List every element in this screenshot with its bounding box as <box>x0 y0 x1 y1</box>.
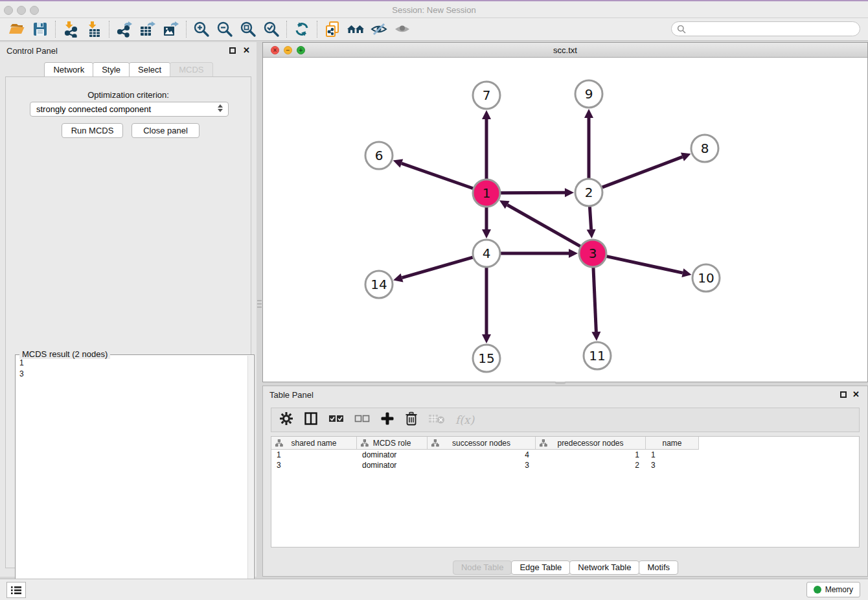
export-image-button[interactable] <box>159 19 183 39</box>
network-graph[interactable]: 7968124314101511 <box>263 58 867 382</box>
zoom-in-button[interactable] <box>190 19 213 39</box>
graph-edge[interactable] <box>402 163 473 189</box>
graph-edge[interactable] <box>602 157 683 187</box>
graph-edge[interactable] <box>507 205 580 246</box>
table-options-button[interactable] <box>279 411 293 428</box>
show-columns-button[interactable] <box>304 411 318 428</box>
export-table-button[interactable] <box>136 19 159 39</box>
table-cell: 3 <box>428 460 536 470</box>
eye-slash-icon <box>371 21 387 38</box>
table-cell: 3 <box>646 460 699 470</box>
memory-status-icon <box>814 586 821 594</box>
graph-node[interactable]: 7 <box>473 82 500 109</box>
open-session-button[interactable] <box>5 19 29 39</box>
table-row[interactable]: 1dominator411 <box>271 450 859 460</box>
graph-edge[interactable] <box>402 257 473 278</box>
close-panel-button[interactable]: Close panel <box>131 123 200 138</box>
tab-network-table[interactable]: Network Table <box>569 560 639 575</box>
column-header[interactable]: MCDS role <box>357 437 428 450</box>
table-cell: 3 <box>271 460 357 470</box>
status-bar: Memory <box>0 579 868 600</box>
run-mcds-button[interactable]: Run MCDS <box>62 123 123 138</box>
graph-node[interactable]: 10 <box>692 264 720 292</box>
graph-edge[interactable] <box>593 268 596 332</box>
graph-node[interactable]: 15 <box>473 345 500 372</box>
graph-edge[interactable] <box>589 207 591 229</box>
float-panel-icon[interactable] <box>229 47 236 54</box>
graph-edge[interactable] <box>606 257 682 273</box>
tab-edge-table[interactable]: Edge Table <box>511 560 570 575</box>
add-column-button[interactable] <box>380 411 394 428</box>
tab-motifs[interactable]: Motifs <box>639 560 678 575</box>
graph-edge-arrowhead <box>393 159 404 168</box>
select-all-columns-button[interactable] <box>328 414 344 426</box>
trash-icon <box>405 411 418 426</box>
first-neighbors-button[interactable] <box>321 19 344 39</box>
graph-node[interactable]: 2 <box>575 179 602 206</box>
zoom-fit-icon <box>240 21 257 38</box>
column-header[interactable]: predecessor nodes <box>536 437 646 450</box>
show-all-button[interactable] <box>391 19 414 39</box>
delete-columns-button[interactable] <box>405 411 418 428</box>
export-network-button[interactable] <box>113 19 136 39</box>
zoom-out-button[interactable] <box>213 19 236 39</box>
column-header[interactable]: successor nodes <box>428 437 536 450</box>
column-header[interactable]: name <box>646 437 699 450</box>
hide-selected-button[interactable] <box>367 19 391 39</box>
panel-splitter-handle[interactable] <box>257 298 262 319</box>
import-table-button[interactable] <box>82 19 106 39</box>
function-builder-button[interactable]: f(x) <box>455 413 474 426</box>
graph-node[interactable]: 8 <box>691 135 718 162</box>
graph-node-label: 4 <box>483 246 491 261</box>
close-table-panel-icon[interactable]: ✕ <box>852 389 860 399</box>
tab-node-table[interactable]: Node Table <box>453 560 512 575</box>
graph-edge-arrowhead <box>681 268 691 277</box>
graph-node[interactable]: 4 <box>473 240 500 267</box>
delete-table-button[interactable] <box>428 413 445 427</box>
float-table-panel-icon[interactable] <box>840 391 847 398</box>
network-window-titlebar[interactable]: × − + scc.txt <box>263 43 867 58</box>
result-scrollbar[interactable] <box>247 356 253 600</box>
table-row[interactable]: 3dominator323 <box>271 460 859 470</box>
memory-button[interactable]: Memory <box>806 582 860 597</box>
tab-select[interactable]: Select <box>129 62 170 78</box>
tab-style[interactable]: Style <box>93 62 130 78</box>
unchecked-boxes-icon <box>354 414 370 423</box>
graph-node[interactable]: 3 <box>579 240 606 267</box>
zoom-fit-button[interactable] <box>236 19 260 39</box>
criterion-select[interactable]: strongly connected component <box>30 102 229 117</box>
graph-node[interactable]: 14 <box>365 271 393 298</box>
table-cell: 1 <box>536 450 646 460</box>
graph-node[interactable]: 9 <box>575 80 602 108</box>
import-network-button[interactable] <box>59 19 82 39</box>
graph-node[interactable]: 11 <box>584 342 611 369</box>
tab-mcds[interactable]: MCDS <box>170 62 212 78</box>
home-button[interactable] <box>344 19 367 39</box>
graph-edge-arrowhead <box>569 249 578 258</box>
search-input[interactable] <box>686 23 860 35</box>
graph-node-label: 6 <box>375 148 383 163</box>
mcds-result-box: MCDS result (2 nodes) 1 3 <box>15 354 255 600</box>
network-canvas[interactable]: 7968124314101511 <box>263 58 867 382</box>
graph-node[interactable]: 1 <box>473 179 500 207</box>
unselect-all-columns-button[interactable] <box>354 414 370 426</box>
save-session-button[interactable] <box>29 19 52 39</box>
horizontal-splitter-handle[interactable] <box>555 382 565 384</box>
plus-icon <box>380 411 394 426</box>
mcds-panel: Optimization criterion: strongly connect… <box>5 76 251 568</box>
column-header[interactable]: shared name <box>271 437 357 450</box>
app-title-bar: Session: New Session <box>0 0 868 18</box>
column-tree-icon <box>540 439 547 447</box>
tab-network[interactable]: Network <box>44 62 93 78</box>
graph-node[interactable]: 6 <box>365 142 393 169</box>
task-history-button[interactable] <box>6 582 26 598</box>
close-panel-icon[interactable]: ✕ <box>243 45 250 55</box>
graph-node-label: 3 <box>589 246 597 261</box>
mcds-result-text[interactable]: 1 3 <box>17 358 246 600</box>
import-network-icon <box>62 21 79 38</box>
graph-edge[interactable] <box>501 192 565 193</box>
graph-node-label: 1 <box>483 185 491 201</box>
toolbar-separator <box>55 21 56 38</box>
zoom-selected-button[interactable] <box>260 19 283 39</box>
refresh-view-button[interactable] <box>290 19 314 39</box>
